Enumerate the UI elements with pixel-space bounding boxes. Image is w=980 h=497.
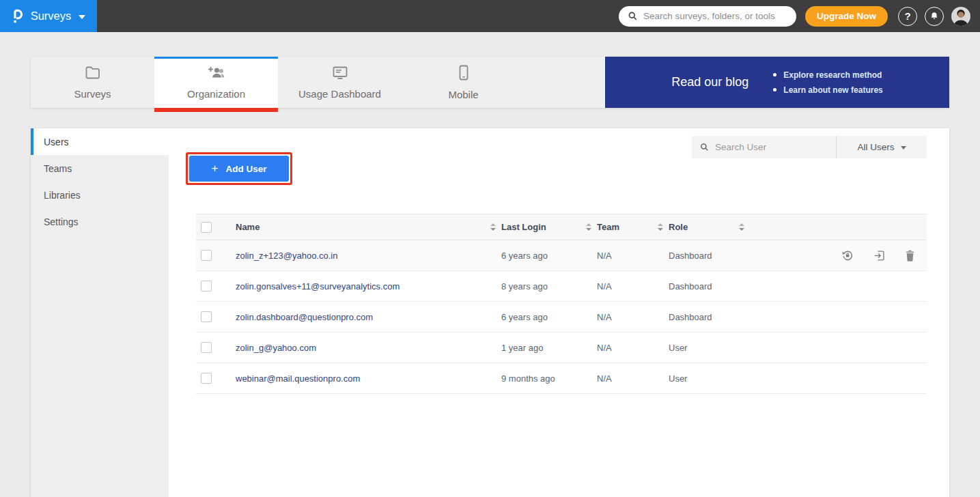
tab-label: Organization (187, 88, 245, 100)
user-email-link[interactable]: zolin.gonsalves+11@surveyanalytics.com (236, 281, 400, 292)
product-switcher[interactable]: Surveys (0, 0, 97, 32)
notifications-button[interactable] (925, 7, 944, 26)
chevron-down-icon (901, 146, 906, 150)
blog-bullet: Learn about new features (783, 83, 882, 98)
chevron-down-icon (79, 15, 85, 19)
last-login-cell: 6 years ago (490, 312, 586, 322)
global-search[interactable] (619, 6, 796, 27)
team-cell: N/A (586, 251, 658, 261)
sidebar-item-label: Users (44, 137, 69, 147)
section-tabs: Surveys Organization Usage Dashboard Mob… (31, 57, 949, 108)
upgrade-now-button[interactable]: Upgrade Now (805, 6, 888, 27)
blog-banner-title: Read our blog (671, 75, 748, 89)
row-checkbox[interactable] (201, 311, 212, 322)
annotation-highlight-bar (154, 108, 278, 112)
last-login-cell: 8 years ago (490, 281, 586, 292)
sidebar-item-label: Libraries (44, 190, 81, 201)
help-button[interactable]: ? (898, 7, 917, 26)
global-search-input[interactable] (643, 11, 787, 21)
bell-icon (929, 11, 939, 21)
question-mark-icon: ? (904, 10, 910, 22)
user-email-link[interactable]: zolin_z+123@yahoo.co.in (236, 251, 337, 261)
user-email-link[interactable]: webinar@mail.questionpro.com (236, 373, 360, 384)
sidebar-item-label: Settings (44, 216, 79, 227)
user-email-link[interactable]: zolin.dashboard@questionpro.com (236, 312, 373, 322)
sidebar-item-libraries[interactable]: Libraries (31, 182, 169, 208)
users-table: Name Last Login Team Role (196, 214, 927, 394)
last-login-cell: 9 months ago (490, 373, 586, 384)
annotation-highlight-box: + Add User (186, 152, 292, 185)
organization-panel: Users Teams Libraries Settings All Users… (31, 128, 949, 497)
search-icon (628, 11, 638, 21)
sidebar-item-settings[interactable]: Settings (31, 208, 169, 235)
add-user-button[interactable]: + Add User (189, 156, 289, 182)
user-email-link[interactable]: zolin_g@yahoo.com (236, 343, 316, 353)
delete-icon[interactable] (904, 249, 916, 262)
sort-icon[interactable] (490, 223, 496, 231)
table-row: zolin_z+123@yahoo.co.in 6 years ago N/A … (196, 240, 927, 271)
login-as-user-icon[interactable] (873, 249, 886, 262)
tab-label: Usage Dashboard (298, 88, 381, 100)
row-checkbox[interactable] (201, 281, 212, 292)
mobile-icon (458, 65, 469, 83)
search-icon (700, 143, 709, 152)
sort-icon[interactable] (739, 223, 744, 231)
team-cell: N/A (586, 312, 658, 322)
tab-label: Surveys (74, 88, 111, 100)
plus-icon: + (212, 162, 219, 175)
tab-surveys[interactable]: Surveys (31, 57, 154, 108)
sort-icon[interactable] (586, 223, 591, 231)
table-row: zolin_g@yahoo.com 1 year ago N/A User (196, 332, 927, 363)
tab-usage-dashboard[interactable]: Usage Dashboard (278, 57, 402, 108)
column-header-last-login[interactable]: Last Login (490, 222, 586, 232)
team-cell: N/A (586, 281, 658, 292)
column-header-role[interactable]: Role (658, 222, 739, 232)
tab-mobile[interactable]: Mobile (402, 57, 525, 108)
role-cell: Dashboard (658, 281, 739, 292)
column-header-team[interactable]: Team (586, 222, 658, 232)
user-search[interactable] (692, 136, 836, 158)
sidebar-item-label: Teams (44, 163, 72, 174)
sidebar-item-teams[interactable]: Teams (31, 155, 169, 182)
table-row: zolin.gonsalves+11@surveyanalytics.com 8… (196, 271, 927, 302)
table-row: webinar@mail.questionpro.com 9 months ag… (196, 363, 927, 394)
add-people-icon (207, 66, 225, 82)
users-main-area: All Users + Add User Name Last Login T (169, 128, 949, 497)
role-cell: User (658, 343, 739, 353)
dashboard-icon (332, 66, 348, 82)
column-header-name[interactable]: Name (236, 222, 490, 232)
row-checkbox[interactable] (201, 373, 212, 384)
role-cell: User (658, 373, 739, 384)
product-name: Surveys (31, 10, 72, 23)
user-search-input[interactable] (715, 142, 828, 152)
user-filter-value: All Users (857, 142, 894, 152)
table-header-row: Name Last Login Team Role (196, 214, 927, 240)
select-all-checkbox[interactable] (201, 222, 212, 233)
user-filter-dropdown[interactable]: All Users (836, 136, 927, 158)
bullet-dot (773, 73, 776, 76)
blog-banner[interactable]: Read our blog Explore research method Le… (605, 57, 949, 108)
top-header: Surveys Upgrade Now ? (0, 0, 980, 32)
folder-icon (85, 66, 101, 82)
blog-bullet: Explore research method (783, 68, 882, 83)
table-row: zolin.dashboard@questionpro.com 6 years … (196, 302, 927, 332)
user-avatar[interactable] (951, 7, 970, 26)
sidebar-item-users[interactable]: Users (31, 128, 169, 155)
row-checkbox[interactable] (201, 250, 212, 261)
role-cell: Dashboard (658, 251, 739, 261)
blog-banner-bullets: Explore research method Learn about new … (773, 68, 882, 98)
add-user-label: Add User (225, 164, 266, 174)
organization-sidebar: Users Teams Libraries Settings (31, 128, 169, 497)
last-login-cell: 6 years ago (490, 251, 586, 261)
questionpro-logo-icon (12, 7, 23, 25)
tab-organization[interactable]: Organization (154, 57, 278, 108)
role-cell: Dashboard (658, 312, 739, 322)
reset-password-icon[interactable] (841, 248, 854, 262)
row-checkbox[interactable] (201, 342, 212, 353)
last-login-cell: 1 year ago (490, 343, 586, 353)
tab-label: Mobile (448, 89, 478, 100)
sort-icon[interactable] (658, 223, 663, 231)
team-cell: N/A (586, 343, 658, 353)
bullet-dot (773, 88, 776, 91)
team-cell: N/A (586, 373, 658, 384)
